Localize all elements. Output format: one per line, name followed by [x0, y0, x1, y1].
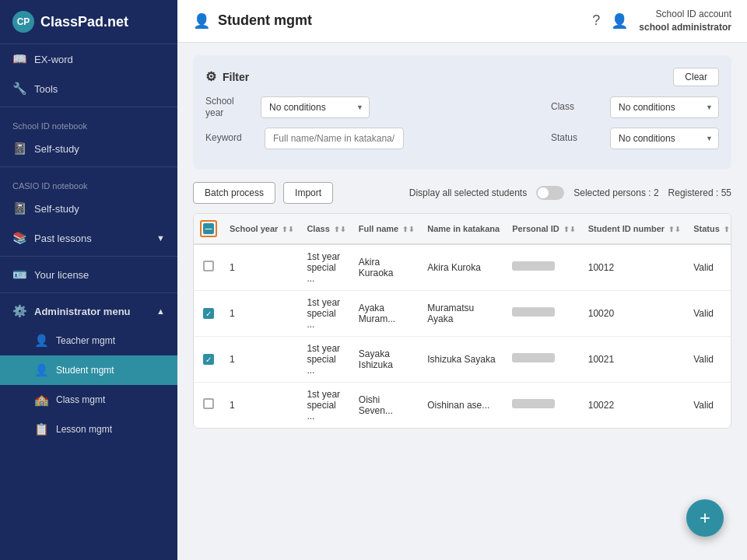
toggle-knob	[538, 187, 549, 198]
header-checkbox-wrap	[200, 220, 217, 237]
topbar-right: ? 👤 School ID account school administrat…	[592, 8, 731, 34]
cell-personal-id	[506, 382, 582, 428]
row-checkbox[interactable]	[203, 308, 214, 319]
class-select-wrapper: No conditions	[610, 96, 719, 118]
col-name-katakana: Name in katakana	[421, 214, 506, 244]
cell-status: Valid	[687, 382, 731, 428]
import-button[interactable]: Import	[283, 182, 333, 204]
select-all-checkbox[interactable]	[203, 223, 214, 234]
display-selected-toggle[interactable]	[536, 186, 564, 200]
batch-process-button[interactable]: Batch process	[193, 182, 275, 204]
cell-personal-id	[506, 290, 582, 336]
divider	[0, 292, 177, 293]
content-area: ⚙ Filter Clear Schoolyear No conditions …	[177, 43, 747, 560]
sidebar-item-lesson-mgmt[interactable]: 📋 Lesson mgmt	[0, 415, 177, 444]
sort-icon: ⬆⬇	[724, 226, 731, 233]
personal-id-blurred	[512, 353, 555, 362]
cell-school-year: 1	[223, 336, 300, 382]
clear-button[interactable]: Clear	[673, 68, 719, 86]
user-icon[interactable]: 👤	[611, 12, 628, 30]
sidebar: CP ClassPad.net 📖 EX-word 🔧 Tools School…	[0, 0, 177, 560]
col-class: Class ⬆⬇	[300, 214, 352, 244]
keyword-input[interactable]	[265, 128, 404, 149]
row-checkbox[interactable]	[203, 398, 214, 409]
status-label: Status	[551, 132, 598, 145]
sidebar-item-label: EX-word	[34, 54, 73, 65]
filter-title: ⚙ Filter	[205, 69, 249, 84]
display-selected-label: Display all selected students	[409, 187, 527, 198]
divider	[0, 107, 177, 107]
tools-icon: 🔧	[12, 82, 26, 96]
cell-name-katakana: Oishinan ase...	[421, 382, 506, 428]
class-icon: 🏫	[34, 393, 48, 407]
cell-name-katakana: Muramatsu Ayaka	[421, 290, 506, 336]
cell-full-name: Ayaka Muram...	[352, 290, 421, 336]
section-label-school-id: School ID notebook	[0, 110, 177, 134]
row-checkbox[interactable]	[203, 354, 214, 365]
page-icon: 👤	[193, 12, 210, 30]
sort-icon: ⬆⬇	[668, 226, 681, 233]
table-body: 1 1st year special ... Akira Kuraoka Aki…	[194, 244, 731, 428]
cell-name-katakana: Ishizuka Sayaka	[421, 336, 506, 382]
self-study-icon: 📓	[12, 142, 26, 156]
cell-status: Valid	[687, 336, 731, 382]
sidebar-item-exword[interactable]: 📖 EX-word	[0, 44, 177, 74]
add-student-fab[interactable]: +	[686, 499, 724, 537]
cell-name-katakana: Akira Kuroka	[421, 244, 506, 291]
cell-full-name: Sayaka Ishizuka	[352, 336, 421, 382]
sidebar-item-student-mgmt[interactable]: 👤 Student mgmt	[0, 355, 177, 385]
filter-row-2: Keyword Status No conditions	[205, 128, 719, 149]
sidebar-item-label: Self-study	[34, 203, 79, 215]
cell-school-year: 1	[223, 290, 300, 336]
global-topbar: 👤 Student mgmt ? 👤 School ID account sch…	[177, 0, 747, 43]
cell-full-name: Akira Kuraoka	[352, 244, 421, 291]
sidebar-item-tools[interactable]: 🔧 Tools	[0, 74, 177, 103]
row-checkbox-cell	[194, 244, 223, 291]
students-table-wrapper: School year ⬆⬇ Class ⬆⬇ Full name ⬆⬇ Nam…	[193, 213, 731, 429]
past-lessons-icon: 📚	[12, 231, 26, 245]
license-icon: 🪪	[12, 268, 26, 282]
col-student-id: Student ID number ⬆⬇	[582, 214, 687, 244]
school-year-select-wrapper: No conditions	[261, 96, 370, 118]
help-icon[interactable]: ?	[592, 12, 600, 29]
sidebar-item-your-license[interactable]: 🪪 Your license	[0, 260, 177, 289]
col-personal-id: Personal ID ⬆⬇	[506, 214, 582, 244]
sidebar-item-teacher-mgmt[interactable]: 👤 Teacher mgmt	[0, 326, 177, 355]
account-label: School ID account	[639, 8, 731, 21]
filter-row-1: Schoolyear No conditions Class No condit…	[205, 96, 719, 120]
chevron-down-icon: ▼	[156, 233, 165, 243]
personal-id-blurred	[512, 399, 555, 408]
sidebar-item-label: Class mgmt	[56, 394, 105, 405]
logo-text: ClassPad.net	[40, 14, 128, 30]
status-select[interactable]: No conditions	[610, 128, 719, 149]
sidebar-item-label: Teacher mgmt	[56, 335, 115, 346]
filter-header: ⚙ Filter Clear	[205, 68, 719, 86]
selected-persons-label: Selected persons : 2	[573, 187, 658, 198]
sidebar-item-label: Your license	[34, 269, 89, 281]
sort-icon: ⬆⬇	[334, 226, 346, 233]
cell-student-id: 10021	[582, 336, 687, 382]
sidebar-item-label: Student mgmt	[56, 365, 114, 376]
school-year-select[interactable]: No conditions	[261, 96, 370, 118]
sidebar-item-class-mgmt[interactable]: 🏫 Class mgmt	[0, 385, 177, 415]
students-table: School year ⬆⬇ Class ⬆⬇ Full name ⬆⬇ Nam…	[194, 214, 731, 428]
cell-class: 1st year special ...	[300, 336, 352, 382]
student-icon: 👤	[34, 363, 48, 377]
table-row: 1 1st year special ... Ayaka Muram... Mu…	[194, 290, 731, 336]
row-checkbox[interactable]	[203, 261, 214, 271]
sidebar-item-past-lessons[interactable]: 📚 Past lessons ▼	[0, 223, 177, 253]
col-full-name: Full name ⬆⬇	[352, 214, 421, 244]
action-right: Display all selected students Selected p…	[409, 186, 731, 200]
personal-id-blurred	[512, 261, 555, 271]
exword-icon: 📖	[12, 52, 26, 66]
lesson-icon: 📋	[34, 422, 48, 436]
row-checkbox-cell	[194, 382, 223, 428]
cell-student-id: 10012	[582, 244, 687, 291]
sort-icon: ⬆⬇	[282, 226, 294, 233]
class-select[interactable]: No conditions	[610, 96, 719, 118]
sidebar-item-self-study-2[interactable]: 📓 Self-study	[0, 194, 177, 223]
chevron-up-icon: ▲	[156, 306, 165, 316]
sidebar-item-self-study-1[interactable]: 📓 Self-study	[0, 134, 177, 163]
sidebar-admin-menu-header[interactable]: ⚙️ Administrator menu ▲	[0, 296, 177, 326]
status-select-wrapper: No conditions	[610, 128, 719, 149]
